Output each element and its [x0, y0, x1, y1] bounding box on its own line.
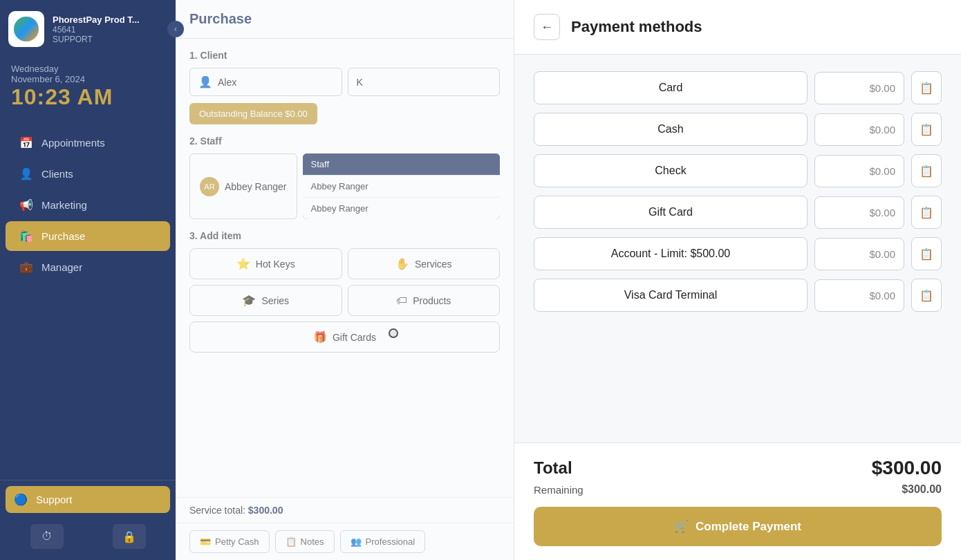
services-icon: ✋ — [395, 257, 409, 270]
services-label: Services — [415, 259, 452, 270]
staff-name: Abbey Ranger — [225, 181, 287, 192]
remaining-row: Remaining $300.00 — [534, 483, 942, 496]
professional-icon: 👥 — [351, 536, 362, 547]
sidebar-header: PhorestPay Prod T... 45641 SUPPORT ‹ — [0, 0, 176, 58]
manager-icon: 💼 — [19, 261, 33, 274]
products-btn[interactable]: 🏷 Products — [348, 285, 501, 316]
back-icon: ← — [541, 20, 553, 35]
copy-icon: 📋 — [920, 123, 933, 136]
check-payment-btn[interactable]: Check — [534, 154, 808, 187]
lock-btn[interactable]: 🔒 — [113, 524, 146, 549]
total-label: Total — [534, 458, 572, 478]
card-copy-btn[interactable]: 📋 — [911, 71, 942, 104]
staff-table-row: Abbey Ranger — [303, 175, 500, 197]
sidebar-collapse-btn[interactable]: ‹ — [167, 21, 184, 37]
copy-icon: 📋 — [920, 289, 933, 302]
notes-label: Notes — [301, 536, 324, 547]
visa-terminal-payment-btn[interactable]: Visa Card Terminal — [534, 279, 808, 312]
staff-column-label: Staff — [311, 159, 330, 169]
giftcard-copy-btn[interactable]: 📋 — [911, 196, 942, 229]
visa-terminal-amount: $0.00 — [814, 279, 904, 312]
petty-cash-icon: 💳 — [200, 536, 211, 547]
purchase-icon: 🛍️ — [19, 230, 33, 243]
sidebar-item-label: Marketing — [41, 199, 87, 211]
notes-icon: 📋 — [286, 536, 297, 547]
petty-cash-label: Petty Cash — [215, 536, 259, 547]
professional-tab[interactable]: 👥 Professional — [340, 530, 426, 553]
cash-amount: $0.00 — [814, 113, 904, 146]
series-btn[interactable]: 🎓 Series — [189, 285, 342, 316]
client-first-input[interactable]: 👤 Alex — [189, 68, 342, 96]
payment-footer: Total $300.00 Remaining $300.00 🛒 Comple… — [514, 442, 961, 560]
services-btn[interactable]: ✋ Services — [348, 248, 501, 279]
service-total-label: Service total: — [189, 505, 245, 516]
service-total-amount: $300.00 — [248, 505, 283, 516]
staff-select-btn[interactable]: AR Abbey Ranger — [189, 153, 297, 219]
app-title: PhorestPay Prod T... — [53, 15, 140, 25]
gift-cards-btn[interactable]: 🎁 Gift Cards — [189, 321, 500, 353]
client-section-label: 1. Client — [189, 50, 500, 61]
person-icon: 👤 — [198, 75, 212, 88]
series-label: Series — [261, 295, 289, 306]
payment-method-row-giftcard: Gift Card $0.00 📋 — [534, 196, 942, 229]
copy-icon: 📋 — [920, 82, 933, 95]
remaining-amount: $300.00 — [902, 483, 942, 496]
hot-keys-btn[interactable]: ⭐ Hot Keys — [189, 248, 342, 279]
cash-copy-btn[interactable]: 📋 — [911, 113, 942, 146]
client-last-name: K — [357, 77, 363, 88]
timer-btn[interactable]: ⏱ — [30, 524, 64, 549]
account-payment-btn[interactable]: Account - Limit: $500.00 — [534, 237, 808, 270]
current-time: 10:23 AM — [11, 84, 165, 110]
giftcard-amount: $0.00 — [814, 196, 904, 229]
gift-cards-label: Gift Cards — [333, 332, 376, 343]
complete-payment-btn[interactable]: 🛒 Complete Payment — [534, 507, 942, 546]
visa-terminal-copy-btn[interactable]: 📋 — [911, 279, 942, 312]
total-amount: $300.00 — [872, 457, 942, 479]
payment-panel: ← Payment methods Card $0.00 📋 Cash $0.0… — [514, 0, 961, 560]
sidebar-item-marketing[interactable]: 📢 Marketing — [6, 190, 170, 220]
clients-icon: 👤 — [19, 167, 33, 180]
payment-title: Payment methods — [571, 18, 702, 36]
payment-method-row-visa: Visa Card Terminal $0.00 📋 — [534, 279, 942, 312]
cash-payment-btn[interactable]: Cash — [534, 113, 808, 146]
staff-avatar: AR — [200, 177, 219, 196]
sidebar-bottom: 🔵 Support ⏱ 🔒 — [0, 480, 176, 560]
balance-row: Outstanding Balance $0.00 — [189, 103, 500, 124]
balance-button[interactable]: Outstanding Balance $0.00 — [189, 103, 317, 124]
support-item[interactable]: 🔵 Support — [6, 486, 170, 513]
sidebar-item-label: Clients — [41, 168, 73, 180]
sidebar-item-manager[interactable]: 💼 Manager — [6, 252, 170, 282]
sidebar-nav: 📅 Appointments 👤 Clients 📢 Marketing 🛍️ … — [0, 121, 176, 480]
copy-icon: 📋 — [920, 248, 933, 261]
gift-cards-icon: 🎁 — [313, 330, 327, 344]
back-button[interactable]: ← — [534, 14, 560, 40]
check-copy-btn[interactable]: 📋 — [911, 154, 942, 187]
payment-method-row-account: Account - Limit: $500.00 $0.00 📋 — [534, 237, 942, 270]
purchase-footer: 💳 Petty Cash 📋 Notes 👥 Professional — [176, 523, 514, 560]
petty-cash-tab[interactable]: 💳 Petty Cash — [189, 530, 270, 553]
account-copy-btn[interactable]: 📋 — [911, 237, 942, 270]
account-amount: $0.00 — [814, 238, 904, 270]
staff-section-label: 2. Staff — [189, 136, 500, 147]
check-amount: $0.00 — [814, 155, 904, 187]
card-payment-btn[interactable]: Card — [534, 71, 808, 104]
giftcard-payment-btn[interactable]: Gift Card — [534, 196, 808, 229]
copy-icon: 📋 — [920, 165, 933, 178]
client-last-input[interactable]: K — [348, 68, 501, 96]
products-icon: 🏷 — [396, 295, 407, 307]
sidebar: PhorestPay Prod T... 45641 SUPPORT ‹ Wed… — [0, 0, 176, 560]
current-day: Wednesday — [11, 64, 165, 74]
payment-header: ← Payment methods — [514, 0, 961, 55]
purchase-panel: Purchase 1. Client 👤 Alex K Outstanding … — [176, 0, 514, 560]
staff-table: Staff Abbey Ranger Abbey Ranger — [303, 153, 500, 219]
sidebar-item-label: Manager — [41, 261, 82, 273]
sidebar-item-clients[interactable]: 👤 Clients — [6, 159, 170, 189]
app-logo — [8, 11, 44, 47]
sidebar-item-appointments[interactable]: 📅 Appointments — [6, 128, 170, 158]
client-first-name: Alex — [218, 77, 236, 88]
sidebar-item-purchase[interactable]: 🛍️ Purchase — [6, 221, 170, 251]
time-block: Wednesday November 6, 2024 10:23 AM — [0, 58, 176, 121]
notes-tab[interactable]: 📋 Notes — [275, 530, 335, 553]
app-id: 45641 — [53, 25, 140, 35]
service-total-bar: Service total: $300.00 — [176, 497, 514, 523]
